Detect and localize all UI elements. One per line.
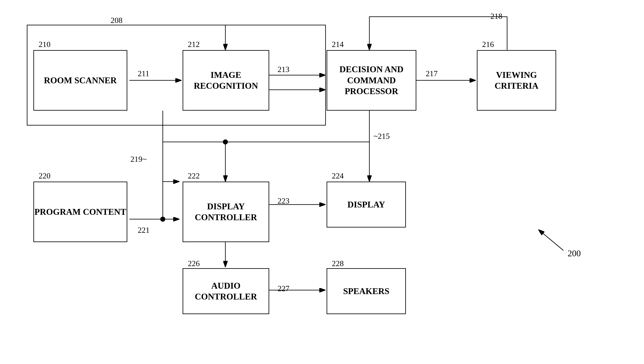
block-program-content: PROGRAM CONTENT	[34, 182, 127, 242]
ref-227: 227	[278, 284, 290, 293]
block-viewing-criteria: VIEWING CRITERIA	[477, 50, 556, 110]
ref-215: ~215	[374, 132, 390, 141]
block-room-scanner: ROOM SCANNER	[34, 50, 127, 110]
ref-200: 200	[568, 248, 581, 258]
diagram: 208 ROOM SCANNER 210 IMAGE RECOGNITION 2…	[0, 0, 644, 364]
ref-222: 222	[188, 171, 200, 180]
ref-214: 214	[332, 40, 344, 49]
ref-226: 226	[188, 259, 200, 268]
ref-211: 211	[138, 69, 150, 78]
ref-210: 210	[38, 40, 50, 49]
svg-line-20	[538, 230, 564, 250]
block-display: DISPLAY	[326, 182, 406, 228]
ref-212: 212	[188, 40, 200, 49]
ref-216: 216	[482, 40, 494, 49]
svg-point-13	[160, 217, 165, 222]
ref-228: 228	[332, 259, 344, 268]
ref-219: 219~	[130, 154, 147, 164]
block-speakers: SPEAKERS	[326, 268, 406, 314]
ref-218: 218	[490, 12, 502, 21]
ref-220: 220	[38, 171, 50, 180]
block-decision-processor: DECISION AND COMMAND PROCESSOR	[326, 50, 416, 110]
svg-point-9	[223, 140, 228, 144]
ref-223: 223	[278, 196, 290, 206]
block-image-recognition: IMAGE RECOGNITION	[182, 50, 269, 110]
block-audio-controller: AUDIO CONTROLLER	[182, 268, 269, 314]
ref-224: 224	[332, 171, 344, 180]
ref-213: 213	[278, 65, 290, 74]
ref-221: 221	[138, 226, 150, 234]
block-display-controller: DISPLAY CONTROLLER	[182, 182, 269, 242]
ref-217: 217	[426, 69, 438, 78]
ref-208: 208	[110, 16, 122, 25]
